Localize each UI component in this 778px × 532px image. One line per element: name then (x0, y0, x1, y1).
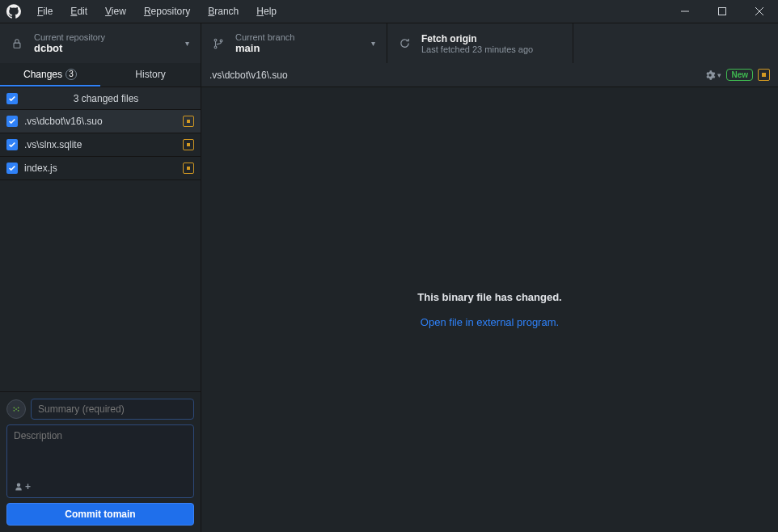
svg-point-11 (14, 410, 15, 412)
commit-button[interactable]: Commit to main (6, 503, 194, 526)
sidebar: Changes 3 History 3 changed files .vs\dc… (0, 63, 201, 532)
svg-rect-4 (14, 43, 20, 48)
repo-label: Current repository (34, 32, 105, 42)
svg-point-6 (214, 45, 217, 48)
modified-badge-icon (183, 116, 194, 127)
file-row[interactable]: .vs\dcbot\v16\.suo (0, 110, 201, 133)
file-checkbox[interactable] (6, 139, 18, 150)
tab-changes[interactable]: Changes 3 (0, 63, 100, 87)
select-all-checkbox[interactable] (6, 93, 18, 104)
changed-files-list: .vs\dcbot\v16\.suo.vs\slnx.sqliteindex.j… (0, 110, 201, 180)
changes-count-badge: 3 (66, 69, 77, 80)
tab-history[interactable]: History (100, 63, 201, 87)
modified-badge-icon (183, 139, 194, 150)
git-branch-icon (213, 38, 226, 49)
sidebar-tabs: Changes 3 History (0, 63, 201, 87)
commit-form: + Commit to main (0, 391, 201, 532)
diff-pane: .vs\dcbot\v16\.suo ▾ New This binary fil… (201, 63, 778, 532)
maximize-button[interactable] (704, 0, 741, 23)
svg-point-5 (214, 39, 217, 41)
files-header[interactable]: 3 changed files (0, 87, 201, 110)
file-checkbox[interactable] (6, 116, 18, 127)
diff-file-path: .vs\dcbot\v16\.suo (209, 70, 704, 81)
files-header-text: 3 changed files (18, 93, 194, 104)
file-name: .vs\slnx.sqlite (24, 139, 176, 150)
split-unified-toggle[interactable]: New (726, 69, 753, 81)
window-controls (666, 0, 778, 23)
file-row[interactable]: .vs\slnx.sqlite (0, 133, 201, 157)
svg-point-10 (18, 407, 19, 408)
branch-selector[interactable]: Current branch main ▾ (201, 23, 387, 63)
menu-view[interactable]: View (97, 2, 134, 20)
chevron-down-icon: ▾ (185, 39, 189, 48)
file-name: .vs\dcbot\v16\.suo (24, 116, 176, 127)
branch-label: Current branch (235, 32, 294, 42)
diff-body: This binary file has changed. Open file … (201, 87, 778, 532)
svg-point-7 (220, 40, 222, 42)
chevron-down-icon: ▾ (371, 39, 375, 48)
svg-rect-1 (719, 8, 726, 15)
toolbar: Current repository dcbot ▾ Current branc… (0, 23, 778, 63)
commit-button-branch: main (113, 509, 136, 520)
github-logo-icon (6, 4, 21, 19)
branch-value: main (235, 42, 294, 54)
repo-selector[interactable]: Current repository dcbot ▾ (0, 23, 201, 63)
repo-value: dcbot (34, 42, 105, 54)
binary-file-message: This binary file has changed. (417, 291, 561, 303)
diff-header: .vs\dcbot\v16\.suo ▾ New (201, 63, 778, 87)
add-coauthor-button[interactable]: + (14, 481, 187, 492)
file-checkbox[interactable] (6, 163, 18, 174)
fetch-status: Last fetched 23 minutes ago (421, 44, 533, 54)
modified-badge-icon (183, 163, 194, 174)
menu-file[interactable]: File (29, 2, 61, 20)
svg-point-9 (14, 407, 15, 408)
menu-help[interactable]: Help (248, 2, 285, 20)
file-name: index.js (24, 163, 176, 174)
sync-icon (399, 37, 412, 49)
fetch-label: Fetch origin (421, 33, 533, 44)
app-menu: File Edit View Repository Branch Help (29, 2, 285, 20)
svg-point-13 (15, 408, 17, 410)
menu-edit[interactable]: Edit (62, 2, 95, 20)
svg-point-12 (18, 410, 19, 412)
commit-description-input[interactable] (14, 430, 187, 474)
modified-badge-icon (758, 69, 770, 81)
commit-button-prefix: Commit to (65, 509, 112, 520)
minimize-button[interactable] (666, 0, 704, 23)
title-bar: File Edit View Repository Branch Help (0, 0, 778, 23)
menu-repository[interactable]: Repository (136, 2, 198, 20)
tab-changes-label: Changes (23, 69, 62, 80)
diff-settings-button[interactable]: ▾ (704, 70, 721, 81)
avatar (6, 399, 26, 419)
tab-history-label: History (135, 69, 165, 80)
file-row[interactable]: index.js (0, 157, 201, 180)
lock-icon (11, 38, 24, 49)
fetch-origin-button[interactable]: Fetch origin Last fetched 23 minutes ago (387, 23, 573, 63)
menu-branch[interactable]: Branch (200, 2, 247, 20)
open-external-link[interactable]: Open file in external program. (421, 316, 559, 328)
commit-summary-input[interactable] (31, 399, 194, 420)
close-button[interactable] (741, 0, 778, 23)
